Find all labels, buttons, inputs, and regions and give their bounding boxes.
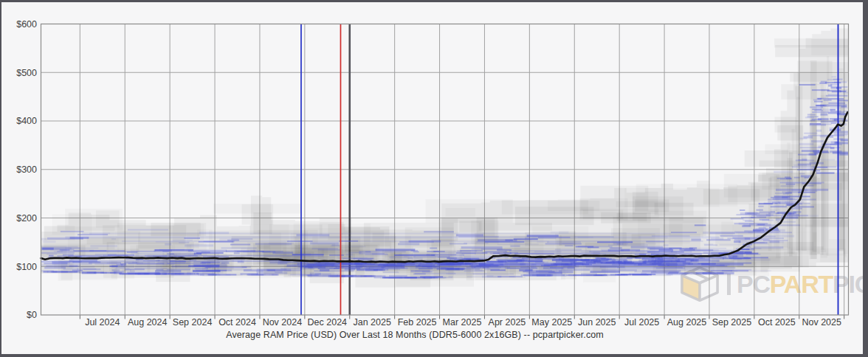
price-mark bbox=[789, 213, 795, 215]
price-streak bbox=[509, 250, 735, 252]
price-mark bbox=[221, 262, 230, 264]
window-frame-edge-right bbox=[863, 0, 868, 357]
price-mark bbox=[112, 269, 120, 271]
price-mark bbox=[312, 248, 338, 249]
price-mark bbox=[821, 114, 828, 116]
price-mark bbox=[41, 246, 78, 247]
price-mark bbox=[82, 271, 97, 274]
price-mark bbox=[384, 277, 424, 278]
price-mark bbox=[46, 254, 57, 255]
price-mark bbox=[821, 121, 840, 122]
price-mark bbox=[821, 81, 827, 83]
price-mark bbox=[286, 266, 297, 267]
price-mark bbox=[528, 260, 542, 262]
price-mark bbox=[90, 245, 117, 247]
price-mark bbox=[124, 262, 137, 263]
price-mark bbox=[278, 263, 287, 265]
price-mark bbox=[841, 140, 848, 142]
price-mark bbox=[341, 275, 376, 277]
price-streak bbox=[388, 263, 751, 264]
price-mark bbox=[376, 249, 416, 251]
price-mark bbox=[703, 232, 709, 234]
price-mark bbox=[510, 246, 520, 247]
price-mark bbox=[794, 177, 800, 178]
price-mark bbox=[770, 211, 775, 212]
y-tick-label: $400 bbox=[16, 116, 37, 126]
price-mark bbox=[329, 254, 344, 256]
price-mark bbox=[831, 122, 837, 124]
price-mark bbox=[44, 266, 66, 268]
price-mark bbox=[204, 266, 210, 268]
price-mark bbox=[115, 268, 130, 269]
price-mark bbox=[805, 117, 814, 118]
price-mark bbox=[353, 258, 373, 260]
price-mark bbox=[438, 257, 463, 258]
price-mark bbox=[83, 268, 101, 270]
x-tick-label: Jan 2025 bbox=[353, 317, 390, 327]
range-column bbox=[776, 175, 781, 258]
price-mark bbox=[100, 272, 107, 274]
price-mark bbox=[196, 270, 231, 271]
price-mark bbox=[805, 177, 809, 178]
price-mark bbox=[433, 251, 439, 252]
price-mark bbox=[331, 244, 339, 246]
price-mark bbox=[523, 271, 554, 272]
price-mark bbox=[771, 197, 788, 198]
price-mark bbox=[824, 100, 832, 101]
price-mark bbox=[461, 246, 503, 249]
price-mark bbox=[818, 98, 822, 100]
price-mark bbox=[762, 220, 774, 221]
price-mark bbox=[310, 242, 339, 244]
price-mark bbox=[440, 271, 455, 273]
x-tick-label: May 2025 bbox=[531, 317, 572, 327]
price-streak bbox=[364, 267, 735, 268]
price-mark bbox=[306, 274, 319, 276]
price-mark bbox=[205, 266, 247, 268]
price-mark bbox=[610, 247, 622, 249]
price-mark bbox=[581, 273, 597, 275]
price-streak bbox=[331, 266, 727, 267]
price-mark bbox=[745, 221, 754, 222]
price-mark bbox=[812, 89, 830, 91]
price-mark bbox=[799, 84, 816, 86]
price-mark bbox=[346, 254, 354, 256]
price-mark bbox=[473, 273, 514, 274]
price-streak bbox=[493, 252, 751, 254]
price-mark bbox=[365, 251, 406, 252]
price-mark bbox=[781, 185, 794, 187]
price-streak bbox=[65, 236, 719, 238]
x-tick-label: Jul 2025 bbox=[624, 317, 659, 327]
x-tick-label: Aug 2024 bbox=[128, 317, 168, 327]
price-streak bbox=[808, 135, 844, 136]
ram-price-history-chart[interactable]: $0$100$200$300$400$500$600Jul 2024Aug 20… bbox=[0, 0, 868, 357]
price-mark bbox=[775, 193, 791, 194]
range-bar bbox=[96, 210, 120, 227]
x-tick-label: Oct 2025 bbox=[758, 317, 796, 327]
x-tick-label: Nov 2024 bbox=[263, 317, 303, 327]
price-mark bbox=[799, 143, 813, 145]
price-mark bbox=[622, 243, 655, 244]
price-mark bbox=[383, 271, 399, 273]
price-mark bbox=[555, 249, 582, 250]
x-tick-label: Nov 2025 bbox=[802, 317, 841, 327]
range-bar bbox=[459, 221, 481, 232]
price-mark bbox=[167, 268, 190, 270]
price-mark bbox=[269, 243, 294, 244]
price-mark bbox=[334, 268, 350, 269]
price-mark bbox=[811, 140, 824, 142]
price-mark bbox=[187, 273, 193, 275]
price-mark bbox=[562, 243, 574, 244]
x-tick-label: Jun 2025 bbox=[578, 317, 616, 327]
price-streak bbox=[735, 232, 792, 233]
price-mark bbox=[348, 252, 361, 254]
price-mark bbox=[314, 270, 354, 271]
price-mark bbox=[497, 276, 523, 277]
price-mark bbox=[275, 271, 282, 273]
range-bar bbox=[515, 207, 594, 225]
price-mark bbox=[833, 131, 848, 134]
price-mark bbox=[365, 269, 378, 271]
price-mark bbox=[759, 227, 766, 229]
price-mark bbox=[704, 244, 717, 246]
price-streak bbox=[768, 199, 816, 201]
price-mark bbox=[831, 76, 836, 77]
